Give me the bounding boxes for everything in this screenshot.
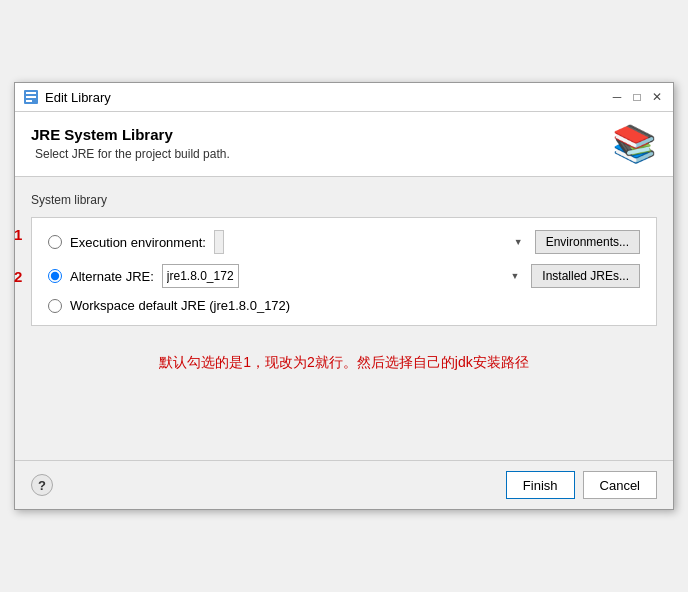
installed-jres-button[interactable]: Installed JREs... xyxy=(531,264,640,288)
workspace-default-row: Workspace default JRE (jre1.8.0_172) xyxy=(48,298,640,313)
annotation-text: 默认勾选的是1，现改为2就行。然后选择自己的jdk安装路径 xyxy=(31,346,657,380)
edit-library-window: Edit Library ─ □ ✕ JRE System Library Se… xyxy=(14,82,674,510)
workspace-default-radio[interactable] xyxy=(48,299,62,313)
environments-button[interactable]: Environments... xyxy=(535,230,640,254)
alt-jre-radio[interactable] xyxy=(48,269,62,283)
header-icon: 📚 xyxy=(612,126,657,162)
footer-right: Finish Cancel xyxy=(506,471,657,499)
annotation-number-2: 2 xyxy=(14,268,22,285)
svg-rect-3 xyxy=(26,100,32,102)
svg-rect-1 xyxy=(26,92,36,94)
title-bar: Edit Library ─ □ ✕ xyxy=(15,83,673,112)
body-section: System library 1 Execution environment: … xyxy=(15,177,673,400)
header-section: JRE System Library Select JRE for the pr… xyxy=(15,112,673,177)
annotation-number-1: 1 xyxy=(14,226,22,243)
help-button[interactable]: ? xyxy=(31,474,53,496)
radio-group-container: 1 Execution environment: Environments...… xyxy=(31,217,657,326)
alt-jre-label: Alternate JRE: xyxy=(70,269,154,284)
cancel-button[interactable]: Cancel xyxy=(583,471,657,499)
footer-left: ? xyxy=(31,474,53,496)
exec-env-dropdown[interactable] xyxy=(214,230,224,254)
minimize-button[interactable]: ─ xyxy=(609,89,625,105)
alt-jre-dropdown[interactable]: jre1.8.0_172 xyxy=(162,264,239,288)
finish-button[interactable]: Finish xyxy=(506,471,575,499)
close-button[interactable]: ✕ xyxy=(649,89,665,105)
exec-env-combo-wrapper xyxy=(214,230,527,254)
dialog-title: JRE System Library xyxy=(31,126,230,143)
window-controls: ─ □ ✕ xyxy=(609,89,665,105)
window-title: Edit Library xyxy=(45,90,609,105)
exec-env-radio[interactable] xyxy=(48,235,62,249)
exec-env-row: Execution environment: Environments... xyxy=(48,230,640,254)
window-icon xyxy=(23,89,39,105)
svg-rect-2 xyxy=(26,96,36,98)
exec-env-label: Execution environment: xyxy=(70,235,206,250)
workspace-default-label: Workspace default JRE (jre1.8.0_172) xyxy=(70,298,290,313)
alt-jre-combo-wrapper: jre1.8.0_172 xyxy=(162,264,523,288)
alt-jre-row: Alternate JRE: jre1.8.0_172 Installed JR… xyxy=(48,264,640,288)
group-label: System library xyxy=(31,193,657,207)
dialog-subtitle: Select JRE for the project build path. xyxy=(35,147,230,161)
header-text: JRE System Library Select JRE for the pr… xyxy=(31,126,230,161)
maximize-button[interactable]: □ xyxy=(629,89,645,105)
footer-section: ? Finish Cancel xyxy=(15,460,673,509)
